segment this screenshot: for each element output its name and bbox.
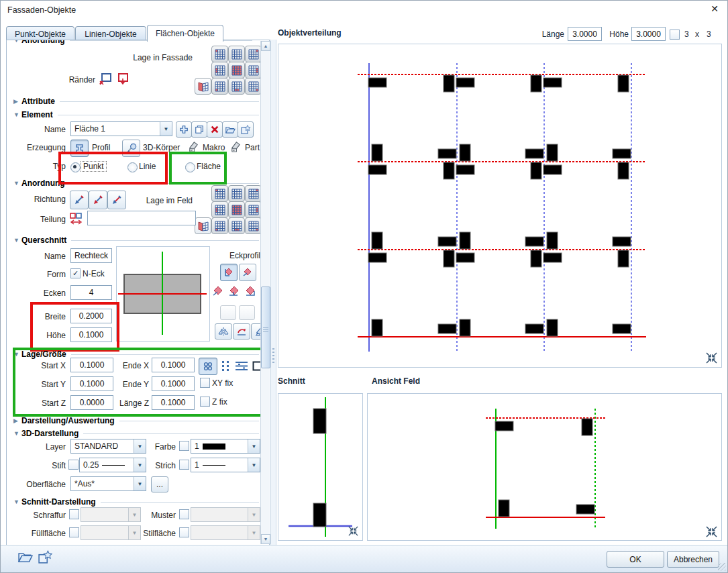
- open-element-button[interactable]: [222, 121, 238, 138]
- close-icon[interactable]: ✕: [707, 3, 723, 17]
- chevron-down-icon[interactable]: ▼: [134, 477, 146, 490]
- lage-im-feld-mitte-rechts[interactable]: [245, 201, 262, 218]
- lage-in-fassade-mitte-links[interactable]: [211, 62, 228, 79]
- panel-scrollbar[interactable]: ▲ ▼: [260, 41, 270, 544]
- collapse-arrow-icon[interactable]: ▼: [13, 40, 21, 44]
- splitter-handle[interactable]: [270, 40, 276, 545]
- hoehe-input[interactable]: [631, 27, 666, 41]
- lage-in-fassade-oben-mitte[interactable]: [228, 46, 245, 62]
- xy-fix-label[interactable]: XY fix: [212, 378, 233, 388]
- typ-flaeche-radio[interactable]: [185, 162, 195, 172]
- eckprofil-empty-button-1[interactable]: [220, 305, 236, 320]
- save-favorite-button[interactable]: [38, 550, 52, 566]
- vertical-dots-icon[interactable]: [220, 360, 231, 374]
- mirror-button[interactable]: [215, 323, 232, 340]
- section-schnitt-darstellung[interactable]: ▼ Schnitt-Darstellung: [13, 497, 259, 507]
- lage-im-feld-oben-mitte[interactable]: [228, 185, 245, 202]
- eckprofil-option-1-button[interactable]: [220, 264, 238, 281]
- chevron-down-icon[interactable]: ▼: [248, 439, 260, 453]
- section-lage-groesse[interactable]: ▼ Lage/Größe: [13, 350, 259, 359]
- ende-y-input[interactable]: [152, 376, 195, 391]
- lage-in-fassade-oben-links[interactable]: [211, 46, 228, 62]
- layer-select[interactable]: STANDARD▼: [70, 439, 146, 454]
- cancel-button[interactable]: Abbrechen: [667, 551, 719, 568]
- section-3d-darstellung[interactable]: ▼ 3D-Darstellung: [13, 429, 259, 438]
- qs-name-input[interactable]: [70, 248, 112, 263]
- lage-im-feld-mitte[interactable]: [228, 201, 245, 218]
- strich-checkbox[interactable]: [179, 460, 189, 470]
- expand-arrow-icon[interactable]: ▶: [13, 98, 21, 105]
- tab-linien-objekte[interactable]: Linien-Objekte: [75, 26, 146, 41]
- fit-view-icon[interactable]: [706, 352, 717, 364]
- ok-button[interactable]: OK: [607, 551, 664, 568]
- chevron-down-icon[interactable]: ▼: [134, 439, 146, 453]
- collapse-arrow-icon[interactable]: ▼: [13, 237, 21, 244]
- farbe-select[interactable]: 1▼: [191, 439, 260, 454]
- richtung-button-3[interactable]: [107, 191, 126, 209]
- stift-checkbox[interactable]: [68, 460, 79, 470]
- eckprofil-variant-3-icon[interactable]: [244, 286, 256, 299]
- lage-in-fassade-unten-links[interactable]: [211, 78, 228, 95]
- typ-linie-radio[interactable]: [127, 162, 138, 172]
- lage-in-fassade-oben-rechts[interactable]: [245, 46, 262, 62]
- add-element-button[interactable]: [176, 121, 192, 138]
- z-fix-label[interactable]: Z fix: [212, 397, 227, 407]
- muster-checkbox[interactable]: [179, 509, 189, 519]
- teilung-icon[interactable]: [69, 212, 83, 227]
- resize-grip[interactable]: [718, 563, 726, 571]
- strich-select[interactable]: 1▼: [191, 458, 260, 472]
- richtung-button-1[interactable]: [70, 191, 89, 209]
- collapse-arrow-icon[interactable]: ▼: [13, 111, 21, 118]
- scroll-down-icon[interactable]: ▼: [261, 534, 270, 544]
- horizontal-lines-icon[interactable]: [235, 360, 248, 374]
- lage-in-fassade-mitte-rechts[interactable]: [245, 62, 262, 79]
- tab-flaechen-objekte[interactable]: Flächen-Objekte: [147, 25, 223, 42]
- lage-im-feld-oben-rechts[interactable]: [245, 185, 262, 202]
- lage-im-feld-3d-ansicht[interactable]: [195, 217, 211, 234]
- laenge-z-input[interactable]: [152, 395, 195, 410]
- xy-fix-checkbox[interactable]: [200, 378, 210, 388]
- typ-flaeche-label[interactable]: Fläche: [197, 162, 221, 171]
- oberflaeche-select[interactable]: *Aus*▼: [70, 476, 146, 491]
- n-eck-checkbox[interactable]: ✓: [70, 268, 81, 278]
- section-querschnitt[interactable]: ▼ Querschnitt: [13, 236, 259, 245]
- stift-select[interactable]: 0.25▼: [79, 458, 146, 472]
- richtung-button-2[interactable]: [89, 191, 107, 209]
- delete-element-button[interactable]: [207, 121, 223, 138]
- lage-im-feld-oben-links[interactable]: [211, 185, 228, 202]
- collapse-arrow-icon[interactable]: ▼: [13, 180, 21, 187]
- lage-im-feld-unten-rechts[interactable]: [245, 217, 262, 234]
- lage-im-feld-unten-mitte[interactable]: [228, 217, 245, 234]
- tab-punkt-objekte[interactable]: Punkt-Objekte: [6, 26, 74, 41]
- lage-in-fassade-mitte[interactable]: [228, 62, 245, 79]
- lage-in-fassade-3d-ansicht[interactable]: [195, 78, 211, 95]
- lage-im-feld-mitte-links[interactable]: [211, 201, 228, 218]
- eckprofil-empty-button-2[interactable]: [239, 305, 255, 320]
- fit-view-icon[interactable]: [706, 526, 717, 537]
- laenge-input[interactable]: [568, 27, 602, 41]
- copy-element-button[interactable]: [191, 121, 207, 138]
- schraffur-checkbox[interactable]: [69, 509, 79, 519]
- start-y-input[interactable]: [70, 376, 113, 391]
- eckprofil-variant-2-icon[interactable]: [228, 286, 240, 299]
- section-element[interactable]: ▼ Element: [13, 110, 259, 119]
- start-z-input[interactable]: [70, 395, 113, 410]
- teilung-input[interactable]: [87, 211, 196, 225]
- typ-linie-label[interactable]: Linie: [139, 162, 156, 171]
- oberflaeche-more-button[interactable]: ...: [151, 476, 168, 492]
- eckprofil-option-2-button[interactable]: [239, 264, 256, 281]
- collapse-arrow-icon[interactable]: ▼: [13, 351, 21, 358]
- start-x-input[interactable]: [70, 358, 113, 372]
- scroll-up-icon[interactable]: ▲: [261, 41, 270, 51]
- verteilung-mode-button[interactable]: [199, 358, 217, 375]
- erzeugung-part-icon[interactable]: [230, 141, 242, 154]
- expand-arrow-icon[interactable]: ▶: [13, 417, 21, 424]
- raster-checkbox[interactable]: [670, 30, 680, 40]
- open-favorite-button[interactable]: [18, 550, 33, 566]
- section-darstellung-auswertung[interactable]: ▶ Darstellung/Auswertung: [13, 416, 259, 425]
- rotate-button[interactable]: [233, 323, 250, 340]
- collapse-arrow-icon[interactable]: ▼: [13, 430, 21, 437]
- collapse-arrow-icon[interactable]: ▼: [13, 499, 21, 505]
- typ-punkt-label[interactable]: Punkt: [81, 162, 106, 171]
- typ-punkt-radio[interactable]: [70, 162, 81, 172]
